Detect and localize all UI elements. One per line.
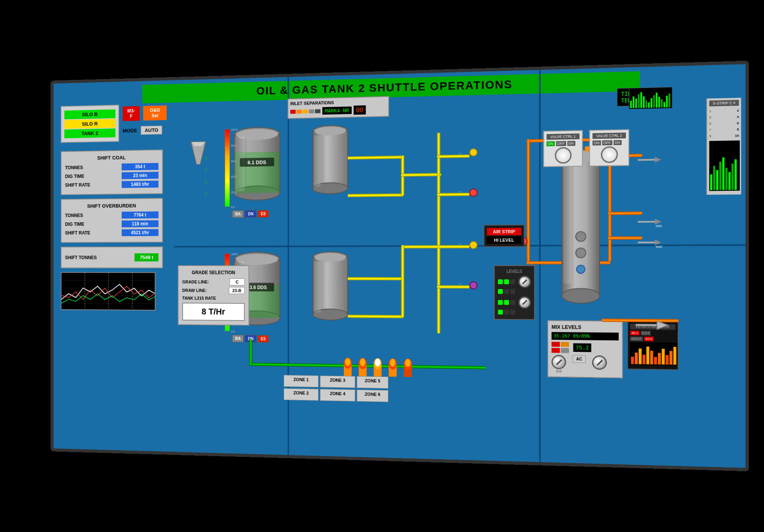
air-strip-level: HI LEVEL bbox=[487, 237, 522, 244]
mix-display-1: 35.267 89/09N bbox=[552, 332, 619, 340]
svg-rect-76 bbox=[646, 347, 649, 365]
inlet-display: MARK4-NR bbox=[322, 107, 351, 115]
ob-tonnes-value: 7764 t bbox=[122, 212, 159, 219]
ob-tonnes-label: TONNES bbox=[65, 213, 97, 218]
mix-display-2: 75.2 bbox=[573, 343, 592, 352]
svg-rect-102 bbox=[710, 174, 712, 190]
levels-panel: LEVELS bbox=[494, 265, 535, 320]
tank2-es-btn[interactable]: ES bbox=[257, 335, 269, 343]
zone-3-label: ZONE 3 bbox=[320, 375, 355, 388]
svg-text:6.1 DDS: 6.1 DDS bbox=[248, 159, 266, 165]
coal-digtime-value: 23 min bbox=[122, 172, 159, 179]
orange-pipe-h4 bbox=[608, 212, 642, 215]
grade-line-label: GRADE LINE: bbox=[182, 280, 209, 284]
ob-shiftrate-value: 4521 t/hr bbox=[122, 229, 159, 236]
voltage-panel-2: VALVE CTRL 2 ON OFF DH bbox=[589, 129, 630, 167]
ob-digtime-label: DIG TIME bbox=[65, 221, 97, 227]
svg-rect-52 bbox=[314, 261, 321, 313]
sprayer-3: WID bbox=[638, 236, 663, 250]
tank1-controls: BA DN ES bbox=[232, 210, 282, 218]
svg-rect-72 bbox=[631, 357, 634, 364]
levels-title: LEVELS bbox=[498, 269, 531, 274]
svg-rect-20 bbox=[658, 97, 660, 107]
svg-rect-109 bbox=[731, 163, 733, 190]
svg-rect-104 bbox=[716, 170, 718, 190]
pipe-h6 bbox=[348, 315, 403, 318]
svg-rect-60 bbox=[563, 161, 571, 283]
svg-rect-21 bbox=[661, 99, 663, 107]
shift-tonnes-box: SHIFT TONNES 7549 t bbox=[61, 247, 163, 268]
tank1-ba-btn[interactable]: BA bbox=[232, 210, 244, 218]
shift-overburden-title: SHIFT OVERBURDEN bbox=[65, 202, 158, 209]
svg-rect-24 bbox=[668, 93, 670, 107]
tank2-ba-btn[interactable]: BA bbox=[232, 335, 244, 342]
flow-arrow-4: ↓ bbox=[204, 188, 208, 197]
shift-coal-title: SHIFT COAL bbox=[65, 154, 158, 161]
pipe-h2 bbox=[348, 193, 403, 197]
grade-selection-panel: GRADE SELECTION GRADE LINE: C DRAW LINE:… bbox=[178, 265, 249, 326]
funnel bbox=[189, 141, 208, 166]
svg-rect-107 bbox=[725, 168, 727, 190]
inlet-timer: 00 bbox=[353, 105, 366, 115]
pipe-connect3 bbox=[437, 245, 469, 248]
tank1-dn-btn[interactable]: DN bbox=[245, 210, 256, 218]
left-panel: SILO B SILO R TANK 2 M3-F O&G Set MODE A… bbox=[61, 100, 167, 311]
vp1-title: VALVE CTRL 1 bbox=[547, 134, 580, 140]
tank-rate-label: TANK L215 RATE bbox=[182, 296, 245, 301]
pipe-arrow-1: → bbox=[457, 151, 462, 156]
separator-tank1 bbox=[311, 123, 350, 200]
svg-rect-80 bbox=[662, 349, 665, 365]
mode-label: MODE bbox=[123, 128, 137, 134]
oilgas-button[interactable]: O&G Set bbox=[143, 105, 167, 120]
mix-value-2: AC bbox=[572, 355, 586, 363]
valve-3[interactable] bbox=[470, 241, 477, 249]
svg-line-63 bbox=[638, 160, 655, 160]
svg-rect-105 bbox=[719, 162, 721, 190]
mix-levels-panel: MIX LEVELS 35.267 89/09N 75.2 bbox=[548, 320, 623, 378]
svg-rect-17 bbox=[651, 98, 652, 108]
svg-rect-13 bbox=[640, 92, 642, 108]
pipe-h4 bbox=[401, 245, 441, 249]
shift-chart bbox=[61, 272, 156, 311]
svg-point-51 bbox=[315, 253, 346, 262]
nozzle-right bbox=[635, 317, 670, 335]
svg-rect-11 bbox=[635, 99, 637, 108]
draw-line-value[interactable]: 23-B bbox=[229, 287, 245, 294]
svg-rect-81 bbox=[666, 355, 669, 365]
valve-4[interactable] bbox=[470, 281, 477, 289]
svg-rect-19 bbox=[656, 93, 657, 108]
ob-digtime-value: 118 min bbox=[122, 220, 159, 227]
separator-tank2 bbox=[311, 249, 350, 326]
svg-text:MID: MID bbox=[656, 224, 662, 228]
zone-5-label: ZONE 5 bbox=[357, 376, 388, 388]
flow-arrow-3: ↓ bbox=[204, 176, 208, 185]
grade-line-value[interactable]: C bbox=[230, 278, 245, 285]
svg-rect-47 bbox=[314, 135, 321, 186]
pipe-connect1 bbox=[437, 154, 469, 158]
scada-area: INLET SEPARATIONS MARK4-NR 00 TIME 13 bbox=[174, 85, 741, 464]
coal-shiftrate-value: 1483 t/hr bbox=[122, 181, 159, 188]
svg-rect-82 bbox=[669, 351, 672, 365]
shift-tonnes-label: SHIFT TONNES bbox=[65, 255, 97, 260]
tank1-svg: 6.1 DDS bbox=[232, 120, 282, 207]
valve-2[interactable] bbox=[470, 188, 477, 196]
tank1-es-btn[interactable]: ES bbox=[257, 210, 269, 217]
svg-point-59 bbox=[577, 265, 585, 274]
svg-point-58 bbox=[576, 248, 586, 258]
svg-rect-10 bbox=[633, 97, 634, 108]
grade-title: GRADE SELECTION bbox=[182, 270, 245, 276]
draw-line-label: DRAW LINE: bbox=[182, 288, 207, 293]
air-strip-panel: AIR STRIP HI LEVEL bbox=[483, 225, 524, 247]
tank2-indicator: TANK 2 bbox=[64, 128, 115, 138]
pipe-h5 bbox=[348, 277, 403, 280]
mode-value: AUTO bbox=[141, 126, 162, 135]
pipe-h3 bbox=[401, 173, 441, 177]
sprayer-1 bbox=[638, 153, 663, 168]
valve-1[interactable] bbox=[470, 148, 477, 157]
svg-rect-9 bbox=[630, 101, 632, 108]
silo-status-box: SILO B SILO R TANK 2 bbox=[61, 105, 119, 143]
strip-panel: S-STRIP C # 1 2 3 4 5 6 7 8 bbox=[706, 98, 741, 195]
inlet-separations-panel: INLET SEPARATIONS MARK4-NR 00 bbox=[288, 96, 389, 119]
svg-rect-108 bbox=[729, 172, 731, 190]
m3f-button[interactable]: M3-F bbox=[123, 106, 140, 121]
